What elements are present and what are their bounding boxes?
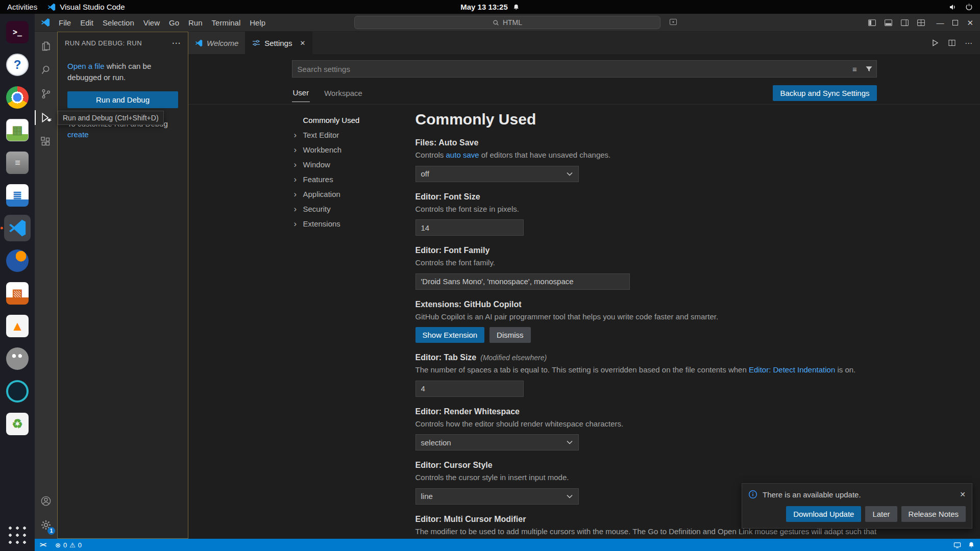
- window-minimize-button[interactable]: —: [936, 19, 944, 27]
- split-editor-icon[interactable]: [948, 39, 956, 47]
- titlebar: File Edit Selection View Go Run Terminal…: [35, 14, 980, 32]
- tab-settings[interactable]: Settings ✕: [246, 32, 312, 54]
- accounts-icon[interactable]: [35, 489, 57, 513]
- show-extension-button[interactable]: Show Extension: [415, 327, 485, 343]
- gimp-icon: [6, 347, 29, 370]
- setting-editor-font-family: Editor: Font Family Controls the font fa…: [415, 246, 877, 290]
- power-icon[interactable]: [965, 3, 973, 11]
- chevron-down-icon: [566, 170, 573, 178]
- font-size-input[interactable]: [415, 219, 524, 236]
- tab-label: Settings: [264, 39, 292, 47]
- toggle-panel-icon[interactable]: [884, 18, 893, 27]
- explorer-icon[interactable]: [35, 34, 57, 58]
- release-notes-button[interactable]: Release Notes: [901, 506, 966, 522]
- toc-item-workbench[interactable]: ›Workbench: [292, 142, 400, 157]
- menu-edit[interactable]: Edit: [76, 14, 98, 31]
- customize-layout-icon[interactable]: [917, 18, 925, 27]
- tab-user-settings[interactable]: User: [292, 87, 310, 102]
- menu-help[interactable]: Help: [245, 14, 270, 31]
- dock-item-help[interactable]: ?: [4, 52, 31, 78]
- detect-indentation-link[interactable]: Editor: Detect Indentation: [749, 365, 835, 374]
- run-settings-icon[interactable]: [931, 39, 939, 47]
- close-notification-icon[interactable]: ✕: [960, 490, 966, 498]
- filter-settings-icon[interactable]: [862, 65, 876, 73]
- create-launch-json-link[interactable]: create: [67, 130, 89, 139]
- chevron-right-icon: ›: [294, 160, 300, 169]
- menu-terminal[interactable]: Terminal: [207, 14, 246, 31]
- toc-item-security[interactable]: ›Security: [292, 202, 400, 216]
- screencast-icon[interactable]: [953, 541, 961, 549]
- show-applications-icon[interactable]: [7, 524, 28, 546]
- later-button[interactable]: Later: [865, 506, 897, 522]
- layout-icon[interactable]: [669, 18, 677, 26]
- settings-gear-icon[interactable]: 1: [35, 513, 57, 537]
- auto-save-dropdown[interactable]: off: [415, 166, 579, 182]
- clock-menu[interactable]: May 13 13:25: [460, 3, 520, 11]
- search-icon[interactable]: [35, 58, 57, 82]
- chevron-right-icon: ›: [294, 175, 300, 184]
- command-center[interactable]: HTML: [354, 16, 660, 29]
- window-maximize-button[interactable]: [952, 20, 958, 26]
- dock-item-libreoffice-writer[interactable]: ≣: [4, 182, 31, 209]
- desktop: Activities Visual Studio Code May 13 13:…: [0, 0, 980, 551]
- problems-indicator[interactable]: ⊗0 ⚠0: [51, 541, 86, 549]
- gnome-top-bar: Activities Visual Studio Code May 13 13:…: [0, 0, 980, 14]
- remote-indicator[interactable]: ><: [35, 541, 51, 548]
- toc-item-text-editor[interactable]: ›Text Editor: [292, 128, 400, 142]
- dock-item-libreoffice-calc[interactable]: ▦: [4, 117, 31, 143]
- toc-item-extensions[interactable]: ›Extensions: [292, 216, 400, 231]
- dock-item-software-center[interactable]: ♻: [4, 411, 31, 437]
- toc-item-application[interactable]: ›Application: [292, 187, 400, 202]
- dock-item-libreoffice-impress[interactable]: ▧: [4, 280, 31, 307]
- libreoffice-writer-icon: ≣: [6, 184, 29, 207]
- source-control-icon[interactable]: [35, 82, 57, 106]
- toc-item-commonly-used[interactable]: Commonly Used: [292, 113, 400, 128]
- toc-item-window[interactable]: ›Window: [292, 157, 400, 172]
- window-close-button[interactable]: ✕: [967, 19, 973, 27]
- font-family-input[interactable]: [415, 273, 630, 290]
- close-tab-icon[interactable]: ✕: [300, 39, 305, 47]
- volume-icon[interactable]: [949, 3, 957, 11]
- menu-selection[interactable]: Selection: [98, 14, 139, 31]
- render-whitespace-dropdown[interactable]: selection: [415, 434, 579, 450]
- tab-workspace-settings[interactable]: Workspace: [323, 88, 363, 102]
- info-icon: [748, 490, 757, 499]
- open-file-link[interactable]: Open a file: [67, 62, 105, 70]
- chrome-icon: [6, 86, 29, 109]
- dock-item-chrome[interactable]: [4, 84, 31, 111]
- dock-item-vlc[interactable]: ▲: [4, 313, 31, 339]
- run-panel-content: Open a file which can be debugged or run…: [58, 54, 188, 147]
- extensions-icon[interactable]: [35, 130, 57, 154]
- menu-go[interactable]: Go: [164, 14, 184, 31]
- toc-item-features[interactable]: ›Features: [292, 172, 400, 187]
- toggle-primary-sidebar-icon[interactable]: [868, 18, 876, 27]
- dock-item-firefox[interactable]: [4, 247, 31, 274]
- activities-button[interactable]: Activities: [7, 3, 37, 11]
- tab-welcome[interactable]: Welcome: [188, 32, 246, 54]
- focused-app-indicator[interactable]: Visual Studio Code: [47, 3, 125, 11]
- dock-item-terminal[interactable]: >_: [4, 19, 31, 45]
- dismiss-button[interactable]: Dismiss: [489, 327, 531, 343]
- bell-icon[interactable]: [968, 541, 975, 548]
- backup-sync-button[interactable]: Backup and Sync Settings: [773, 85, 876, 101]
- run-and-debug-icon[interactable]: [35, 106, 57, 130]
- tab-size-input[interactable]: [415, 381, 524, 397]
- auto-save-link[interactable]: auto save: [446, 151, 479, 159]
- dock-item-archive-manager[interactable]: ≡: [4, 149, 31, 176]
- more-actions-icon[interactable]: ⋯: [965, 39, 972, 47]
- dock-item-blue-ring-app[interactable]: [4, 378, 31, 405]
- dock-item-vscode[interactable]: [4, 215, 31, 241]
- clear-search-icon[interactable]: ≡: [848, 65, 862, 73]
- toggle-secondary-sidebar-icon[interactable]: [900, 18, 909, 27]
- run-debug-panel: RUN AND DEBUG: RUN ⋯ Open a file which c…: [57, 32, 188, 539]
- menu-run[interactable]: Run: [184, 14, 207, 31]
- cursor-style-dropdown[interactable]: line: [415, 488, 579, 505]
- dock-item-gimp[interactable]: [4, 345, 31, 372]
- download-update-button[interactable]: Download Update: [786, 506, 861, 522]
- menu-view[interactable]: View: [139, 14, 164, 31]
- menu-file[interactable]: File: [54, 14, 76, 31]
- views-more-actions-icon[interactable]: ⋯: [172, 38, 181, 48]
- settings-search-input[interactable]: [292, 65, 848, 73]
- run-and-debug-button[interactable]: Run and Debug: [67, 91, 178, 108]
- warnings-icon: ⚠: [69, 541, 76, 549]
